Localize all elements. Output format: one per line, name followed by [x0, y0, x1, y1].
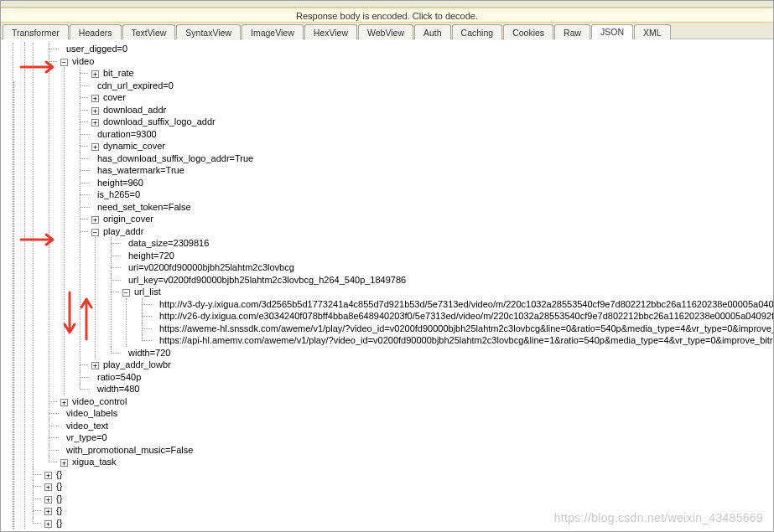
tree-leaf[interactable]: width=480: [80, 383, 773, 395]
window-toolbar: [1, 1, 773, 8]
expander-icon[interactable]: [91, 95, 99, 102]
tree-node[interactable]: dynamic_cover: [80, 140, 773, 152]
tree-node[interactable]: play_addr_lowbr: [80, 359, 773, 371]
tree-label: user_digged=0: [66, 44, 127, 54]
tree-leaf[interactable]: data_size=2309816: [111, 237, 773, 250]
tree-label: bit_rate: [103, 68, 134, 78]
tree-label: need_set_token=False: [97, 202, 191, 212]
response-tabstrip: Transformer Headers TextView SyntaxView …: [1, 23, 773, 39]
tree-node-video[interactable]: video bit_rate cdn_url_expired=0 cover d…: [49, 55, 773, 395]
tree-label: play_addr: [103, 226, 143, 236]
tree-label: {}: [56, 469, 62, 479]
tree-node[interactable]: download_suffix_logo_addr: [80, 116, 773, 128]
tree-node-brace[interactable]: {}: [33, 517, 773, 529]
tree-leaf[interactable]: height=960: [80, 177, 773, 189]
tab-imageview[interactable]: ImageView: [242, 24, 304, 39]
tree-leaf[interactable]: ratio=540p: [80, 371, 773, 384]
json-tree-pane[interactable]: user_digged=0 video bit_rate cdn_url_exp…: [1, 39, 773, 531]
tree-leaf[interactable]: uri=v0200fd90000bjbh25lahtm2c3lovbcg: [111, 261, 773, 274]
tree-leaf[interactable]: url_key=v0200fd90000bjbh25lahtm2c3lovbcg…: [111, 274, 773, 287]
tab-raw[interactable]: Raw: [554, 24, 590, 39]
expander-icon[interactable]: [91, 362, 99, 369]
tree-node[interactable]: video_control: [49, 395, 773, 408]
tree-label: height=720: [128, 251, 174, 261]
expander-icon[interactable]: [60, 59, 68, 66]
tree-leaf[interactable]: with_promotional_music=False: [49, 444, 773, 457]
tree-leaf[interactable]: is_h265=0: [80, 189, 773, 201]
tree-node-brace[interactable]: {}: [33, 468, 773, 481]
tree-label: width=480: [97, 384, 139, 394]
expander-icon[interactable]: [44, 496, 52, 504]
tree-label: height=960: [97, 178, 143, 188]
tab-auth[interactable]: Auth: [414, 24, 451, 39]
tree-label: width=720: [128, 348, 170, 358]
tree-leaf[interactable]: has_watermark=True: [80, 164, 773, 177]
tree-leaf[interactable]: need_set_token=False: [80, 201, 773, 214]
tree-node[interactable]: cover: [80, 91, 773, 104]
tab-caching[interactable]: Caching: [452, 24, 503, 39]
tree-label: xigua_task: [72, 457, 117, 467]
tab-syntaxview[interactable]: SyntaxView: [176, 24, 241, 39]
tab-webview[interactable]: WebView: [358, 24, 413, 39]
tree-node-brace[interactable]: {}: [33, 493, 773, 505]
tree-node[interactable]: bit_rate: [80, 67, 773, 80]
tree-label: duration=9300: [97, 129, 157, 139]
expander-icon[interactable]: [44, 472, 52, 479]
expander-icon[interactable]: [91, 119, 99, 127]
tree-leaf[interactable]: user_digged=0: [49, 43, 773, 55]
tree-label: has_watermark=True: [97, 165, 184, 175]
app-window: Response body is encoded. Click to decod…: [0, 0, 774, 532]
tree-node-brace[interactable]: {}: [33, 480, 773, 493]
tree-label: {}: [56, 505, 62, 515]
tree-label: video: [72, 56, 94, 66]
tab-hexview[interactable]: HexView: [304, 24, 357, 39]
tab-headers[interactable]: Headers: [70, 24, 122, 39]
tree-label: video_labels: [66, 408, 117, 418]
tree-label: url_list: [134, 287, 161, 297]
expander-icon[interactable]: [91, 229, 99, 236]
tree-label: uri=v0200fd90000bjbh25lahtm2c3lovbcg: [128, 262, 294, 272]
expander-icon[interactable]: [44, 520, 52, 528]
tree-label: https://api-hl.amemv.com/aweme/v1/play/?…: [159, 335, 773, 345]
tree-leaf[interactable]: video_text: [49, 420, 773, 432]
tab-xml[interactable]: XML: [634, 24, 671, 39]
tree-leaf-url[interactable]: http://v3-dy-y.ixigua.com/3d2565b5d17732…: [142, 298, 773, 311]
expander-icon[interactable]: [91, 70, 99, 78]
tree-leaf[interactable]: video_labels: [49, 407, 773, 420]
tree-label: download_addr: [103, 105, 166, 115]
tree-label: cover: [103, 92, 126, 102]
tree-leaf-url[interactable]: https://api-hl.amemv.com/aweme/v1/play/?…: [142, 334, 773, 347]
tree-leaf[interactable]: height=720: [111, 250, 773, 262]
tree-node-play-addr[interactable]: play_addr data_size=2309816 height=720 u…: [80, 225, 773, 359]
tree-rail: [13, 81, 14, 531]
tab-cookies[interactable]: Cookies: [503, 24, 553, 39]
expander-icon[interactable]: [122, 289, 130, 297]
tree-node[interactable]: download_addr: [80, 104, 773, 116]
expander-icon[interactable]: [91, 216, 99, 224]
tree-label: video_control: [72, 396, 127, 406]
tree-leaf[interactable]: vr_type=0: [49, 431, 773, 444]
expander-icon[interactable]: [44, 483, 52, 491]
tree-leaf[interactable]: duration=9300: [80, 128, 773, 141]
tree-node[interactable]: origin_cover: [80, 213, 773, 225]
tree-leaf[interactable]: width=720: [111, 347, 773, 359]
expander-icon[interactable]: [44, 508, 52, 515]
tree-leaf-url[interactable]: https://aweme-hl.snssdk.com/aweme/v1/pla…: [142, 323, 773, 335]
expander-icon[interactable]: [60, 459, 68, 467]
expander-icon[interactable]: [60, 399, 68, 406]
tree-leaf-url[interactable]: http://v26-dy.ixigua.com/e3034240f078bff…: [142, 310, 773, 323]
tab-transformer[interactable]: Transformer: [3, 24, 69, 39]
tree-node-url-list[interactable]: url_list http://v3-dy-y.ixigua.com/3d256…: [111, 286, 773, 347]
expander-icon[interactable]: [91, 143, 99, 151]
tree-label: download_suffix_logo_addr: [103, 116, 216, 127]
tree-leaf[interactable]: has_download_suffix_logo_addr=True: [80, 152, 773, 165]
tree-label: url_key=v0200fd90000bjbh25lahtm2c3lovbcg…: [128, 275, 406, 285]
tab-json[interactable]: JSON: [591, 24, 633, 39]
tree-leaf[interactable]: cdn_url_expired=0: [80, 80, 773, 92]
tab-textview[interactable]: TextView: [122, 24, 176, 39]
tree-node[interactable]: xigua_task: [49, 456, 773, 468]
expander-icon[interactable]: [91, 107, 99, 115]
tree-node-brace[interactable]: {}: [33, 504, 773, 517]
tree-label: vr_type=0: [66, 432, 107, 442]
decode-bar[interactable]: Response body is encoded. Click to decod…: [1, 8, 773, 23]
